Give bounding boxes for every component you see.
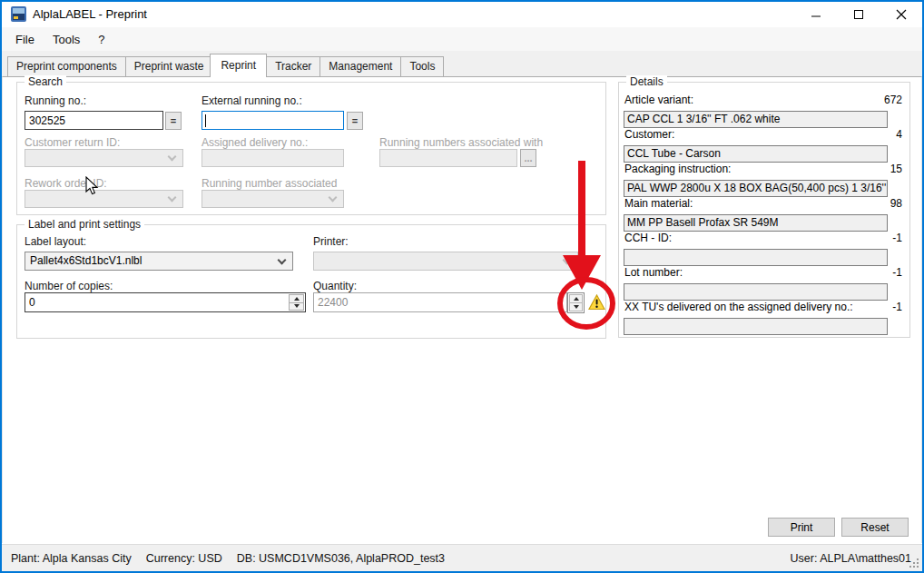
status-plant: Plant: Alpla Kansas City [11,552,132,565]
detail-value: MM PP Basell Profax SR 549M [624,214,888,232]
rework-order-id-label: Rework order ID: [25,177,107,190]
tab-reprint[interactable]: Reprint [210,54,267,77]
chevron-down-icon [563,256,572,265]
detail-value [624,318,888,335]
menu-bar: File Tools ? [2,27,922,51]
label-layout-value: Pallet4x6Std1bcV1.nlbl [30,254,274,267]
detail-value: CCL Tube - Carson [624,145,888,163]
detail-id: 15 [890,163,902,175]
detail-id: 672 [884,94,902,106]
external-running-no-equals-button[interactable]: = [347,112,363,130]
tab-tools[interactable]: Tools [400,56,444,76]
arrow-up-icon [574,297,579,301]
arrow-up-icon [294,297,300,301]
chevron-down-icon [278,256,287,265]
number-of-copies-input[interactable]: 0 [25,292,306,312]
status-user: User: ALPLA\matthes01 [791,552,911,565]
text-caret [205,114,206,127]
printer-label: Printer: [313,235,349,248]
maximize-icon [853,9,864,20]
detail-value: PAL WWP 2800u X 18 BOX BAG(50,400 pcs) 1… [624,180,888,197]
app-icon [11,6,26,22]
external-running-no-input[interactable] [202,111,344,130]
menu-file[interactable]: File [6,29,44,50]
minimize-icon [811,9,821,20]
running-no-input[interactable] [25,111,163,130]
running-no-equals-button[interactable]: = [165,112,182,130]
label-print-settings-groupbox: Label and print settings Label layout: P… [16,224,606,339]
detail-id: 98 [890,197,902,210]
status-currency: Currency: USD [146,552,222,565]
details-group-title: Details [626,75,667,88]
running-numbers-browse-button[interactable]: ... [520,149,536,167]
detail-label: Lot number: [624,266,683,279]
detail-value [624,249,888,266]
quantity-input: 22400 [313,292,567,312]
customer-return-id-combobox [25,149,183,167]
running-numbers-associated-with-input [379,149,517,167]
menu-tools[interactable]: Tools [44,29,89,50]
detail-id: -1 [892,266,902,279]
tab-strip: Preprint components Preprint waste Repri… [2,51,922,76]
spin-down-button[interactable] [569,302,583,311]
tab-tracker[interactable]: Tracker [266,56,320,76]
close-icon [896,9,907,20]
quantity-value: 22400 [318,296,348,309]
number-of-copies-label: Number of copies: [25,280,113,292]
detail-label: Main material: [624,197,693,210]
warning-icon [588,294,605,311]
running-no-label: Running no.: [25,94,86,107]
detail-value: CAP CCL 1 3/16'' FT .062 white [624,111,888,128]
detail-id: 4 [896,128,902,141]
maximize-button[interactable] [837,2,880,27]
detail-id: -1 [892,301,902,313]
assigned-delivery-no-input [202,149,344,167]
detail-value [624,283,888,301]
external-running-no-label: External running no.: [202,94,302,107]
customer-return-id-label: Customer return ID: [25,136,120,149]
running-number-associated-combobox [202,190,344,208]
minimize-button[interactable] [794,2,837,27]
tab-preprint-components[interactable]: Preprint components [7,56,126,76]
arrow-down-icon [574,305,579,309]
status-bar: Plant: Alpla Kansas City Currency: USD D… [2,544,922,571]
print-button[interactable]: Print [768,518,835,537]
chevron-down-icon [168,193,177,203]
detail-label: XX TU's delivered on the assigned delive… [624,301,853,313]
close-button[interactable] [880,2,922,27]
assigned-delivery-no-label: Assigned delivery no.: [202,136,308,149]
resize-grip-icon[interactable] [909,558,919,568]
spin-down-button[interactable] [289,302,304,311]
chevron-down-icon [329,193,338,203]
app-window: AlplaLABEL - Preprint File Tools ? Prepr… [0,0,924,573]
menu-help[interactable]: ? [89,29,113,50]
search-group-title: Search [25,75,66,88]
printer-combobox[interactable] [313,252,578,271]
running-number-associated-label: Running number associated [202,177,337,190]
label-layout-combobox[interactable]: Pallet4x6Std1bcV1.nlbl [25,252,293,271]
search-groupbox: Search Running no.: = External running n… [16,82,606,215]
quantity-label: Quantity: [313,280,357,292]
chevron-down-icon [168,153,177,162]
detail-label: Article variant: [624,94,693,106]
tab-preprint-waste[interactable]: Preprint waste [125,56,213,76]
number-of-copies-spinner[interactable] [289,294,304,311]
label-layout-label: Label layout: [25,235,86,248]
number-of-copies-value: 0 [29,296,35,309]
details-groupbox: Details Article variant: 672 CAP CCL 1 3… [618,82,910,338]
running-numbers-associated-with-label: Running numbers associated with [379,136,543,149]
status-db: DB: USMCD1VMS036, AlplaPROD_test3 [237,552,445,565]
reset-button[interactable]: Reset [841,518,909,537]
detail-label: CCH - ID: [624,232,672,244]
window-title: AlplaLABEL - Preprint [33,2,147,26]
quantity-spinner[interactable] [567,292,585,313]
detail-id: -1 [892,232,902,244]
label-print-settings-title: Label and print settings [25,218,144,231]
arrow-down-icon [294,304,300,308]
detail-label: Customer: [624,128,674,141]
rework-order-id-combobox [25,190,183,208]
detail-label: Packaging instruction: [624,163,731,175]
title-bar: AlplaLABEL - Preprint [2,2,922,27]
tab-management[interactable]: Management [319,56,401,76]
